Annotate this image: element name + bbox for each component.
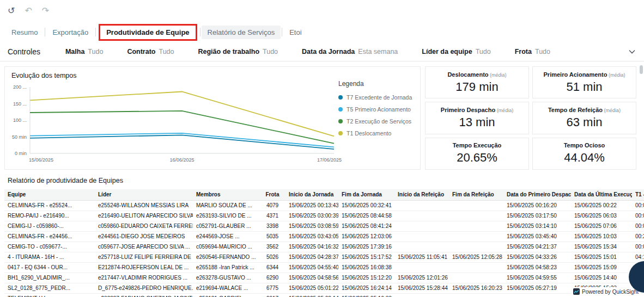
filter-value: Esta semana	[358, 48, 398, 55]
tab-resumo[interactable]: Resumo	[5, 26, 44, 39]
table-title: Relatório de produtividade de Equipes	[8, 177, 644, 184]
table-cell	[394, 211, 449, 221]
filter-regiao-de-trabalho[interactable]: Região de trabalhoTudo	[198, 48, 278, 55]
table-cell: 15/06/2025 12:03:06	[338, 231, 394, 242]
table-cell: e263193-SILVIO DE ...	[193, 211, 259, 221]
column-header-inicio-da-jornada[interactable]: Inicio da Jornada	[285, 189, 338, 200]
table-cell	[394, 242, 449, 252]
filter-malha[interactable]: MalhaTudo	[65, 48, 103, 55]
table-row[interactable]: BH1_6290_VLADIMIR_...e217447-VLADIMIR RO…	[4, 273, 644, 283]
tab-relatorio-de-servicos[interactable]: Relatório de Serviços	[202, 26, 281, 39]
table-cell: e217447-VLADIMIR RODRIGUES ...	[95, 273, 193, 283]
table-scroll-area[interactable]: EquipeLíderMembrosFrotaInicio da Jornada…	[4, 189, 644, 297]
tab-exportacao[interactable]: Exportação	[46, 26, 94, 39]
table-cell: 15/06/2025 03:17:50	[503, 211, 571, 221]
table-cell: 15/06/2025 00:22	[571, 200, 632, 211]
filter-frota[interactable]: FrotaTudo	[515, 48, 550, 55]
chevron-down-icon[interactable]	[628, 47, 636, 56]
kpi-card-deslocamento: Deslocamento (média)179 min	[425, 66, 529, 98]
reset-icon[interactable]: ↺	[8, 7, 15, 15]
tab-separator	[282, 28, 282, 36]
table-row[interactable]: REMO-PA/IJ - e216490...e216490-UELITON A…	[4, 211, 644, 221]
vertical-scrollbar-thumb[interactable]	[640, 65, 643, 74]
table-row[interactable]: CEMIG-IJ - c059860-...c059860-EDUARDO CA…	[4, 221, 644, 231]
table-cell: D_6775-e249826-PEDRO HENRIQUE...	[95, 283, 193, 293]
tab-produtividade-de-equipe[interactable]: Produtividade de Equipe	[100, 26, 195, 39]
filter-contrato[interactable]: ContratoTudo	[127, 48, 174, 55]
chart-panel: Evolução dos tempos 0 min50 min100 ...15…	[4, 66, 421, 170]
filter-label: Frota	[515, 48, 532, 55]
tab-etoi[interactable]: Etoi	[283, 26, 307, 39]
table-cell: 15/06/2025 05:27:19	[503, 283, 571, 293]
table-row[interactable]: TELEMONT-LV - ...e238887-FABIANO ONEZIMO…	[4, 293, 644, 297]
column-header-membros[interactable]: Membros	[193, 189, 259, 200]
legend-dot-icon	[338, 95, 343, 100]
table-cell: 3562	[259, 242, 285, 252]
column-header-equipe[interactable]: Equipe	[4, 189, 95, 200]
table-cell	[449, 242, 503, 252]
table-cell: 15/06/2025 08:41:24	[338, 221, 394, 231]
y-tick-label: 100 ...	[13, 117, 27, 123]
table-cell: e219694-WALACE ...	[193, 283, 259, 293]
table-row[interactable]: CELMINAS-FR - e24456...e244561-DIEGO JOS…	[4, 231, 644, 242]
column-header-t1-total[interactable]: T1 - Total (	[632, 189, 644, 200]
table-cell: 0417 - EQ 6344 - OUR...	[4, 262, 95, 273]
column-header-fim-da-jornada[interactable]: Fim da Jornada	[338, 189, 394, 200]
table-cell	[449, 262, 503, 273]
table-cell: CEMIG-IJ - c059860-...	[4, 221, 95, 231]
table-row[interactable]: CELMINAS-FR - e25524...e255248-WILLASON …	[4, 200, 644, 211]
filters: MalhaTudoContratoTudoRegião de trabalhoT…	[65, 48, 628, 55]
column-header-frota[interactable]: Frota	[259, 189, 285, 200]
series-line-t7-excedente-de-jornada	[30, 135, 334, 149]
table-cell: 00:00:00	[632, 211, 644, 221]
table-cell: 15/06/2025 04:33:26	[503, 252, 571, 262]
filter-lider-da-equipe[interactable]: Líder da equipeTudo	[422, 48, 490, 55]
redo-icon[interactable]: ↷	[42, 7, 49, 15]
table-cell: E212874-ROJEFERSON LEAL DE ...	[95, 262, 193, 273]
x-tick-label: 16/06/2025	[169, 157, 194, 163]
filter-label: Contrato	[127, 48, 155, 55]
powered-by-badge[interactable]: Powered by QuickSight	[571, 287, 641, 296]
table-cell: MARLIO SOUZA DE ...	[193, 200, 259, 211]
filter-data-da-jornada[interactable]: Data da JornadaEsta semana	[302, 48, 398, 55]
table-cell: 15/06/2025 03:45:40	[503, 231, 571, 242]
kpi-qualifier: (média)	[489, 72, 507, 78]
table-row[interactable]: 0417 - EQ 6344 - OUR...E212874-ROJEFERSO…	[4, 262, 644, 273]
table-cell: CEMIG-TO - c059677-...	[4, 242, 95, 252]
table-cell: 15/06/2025 06:03	[571, 211, 632, 221]
kpi-value: 44.04%	[564, 151, 605, 165]
table-row[interactable]: 4 - ITURAMA - 16H - ...e257718-LUIZ FELI…	[4, 252, 644, 262]
table-row[interactable]: CEMIG-TO - c059677-...c059677-JOSE APARE…	[4, 242, 644, 252]
table-cell: 9917	[259, 293, 285, 297]
legend-label: T2 Execução de Serviços	[347, 118, 411, 125]
table-cell	[449, 273, 503, 283]
legend-item-t2-execucao-de-servicos[interactable]: T2 Execução de Serviços	[338, 118, 416, 125]
table-cell: 15/06/2025 00:16:20	[503, 200, 571, 211]
table-cell	[449, 231, 503, 242]
column-header-fim-da-refeicao[interactable]: Fim da Refeição	[449, 189, 503, 200]
column-header-data-do-primeiro-despacho[interactable]: Data do Primeiro Despacho	[503, 189, 571, 200]
legend-item-t7-excedente-de-jornada[interactable]: T7 Excedente de Jornada	[338, 94, 416, 101]
table-row[interactable]: SL2_0128_6775_PEDR...D_6775-e249826-PEDR…	[4, 283, 644, 293]
table-cell: 15/06/2025 12:01:26	[394, 273, 449, 283]
table-cell: 15/06/2025 16:20:23	[449, 283, 503, 293]
kpi-value: 13 min	[459, 115, 495, 129]
table-cell: 00:01:51	[632, 200, 644, 211]
table-cell: 6290	[259, 273, 285, 283]
table-cell: 15/06/2025 05:01:22	[285, 283, 338, 293]
column-header-inicio-da-refeicao[interactable]: Início da Refeição	[394, 189, 449, 200]
column-header-lider[interactable]: Líder	[95, 189, 193, 200]
table-cell: 15/06/2025 12:05:28	[449, 252, 503, 262]
table-cell	[449, 221, 503, 231]
series-line-t2-execucao-de-servicos	[30, 111, 334, 144]
table-cell: 4371	[259, 211, 285, 221]
productivity-table: EquipeLíderMembrosFrotaInicio da Jornada…	[4, 189, 644, 297]
table-cell: 15/06/2025 05:08:14	[285, 293, 338, 297]
kpi-card-tempo-de-refeicao: Tempo de Refeição (média)63 min	[532, 102, 636, 134]
table-cell: 15/06/2025 00:13:43	[285, 200, 338, 211]
undo-icon[interactable]: ↶	[25, 7, 32, 15]
chart-title: Evolução dos tempos	[5, 67, 420, 79]
legend-item-t5-primeiro-acionamento[interactable]: T5 Primeiro Acionamento	[338, 106, 416, 113]
column-header-data-da-ultima-execucao[interactable]: Data da Última Execução	[571, 189, 632, 200]
legend-item-t1-deslocamento[interactable]: T1 Deslocamento	[338, 130, 416, 137]
